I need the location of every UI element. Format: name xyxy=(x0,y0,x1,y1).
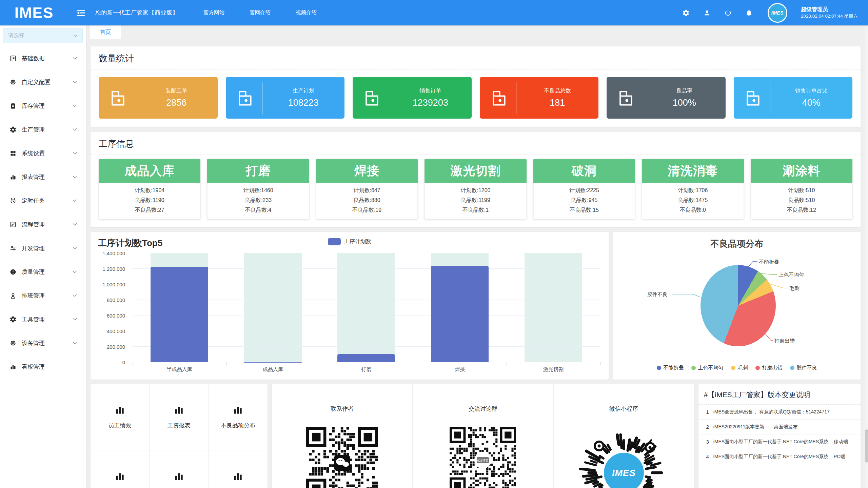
bottom-row: 员工绩效 工资报表 不良品项分布 不良品项汇总 生产报表 xyxy=(91,384,861,488)
user-icon[interactable] xyxy=(703,9,711,17)
changelog-row[interactable]: 1 iMES全套源码出售， 有意的联系QQ/微信：514224717 xyxy=(698,405,861,420)
process-plan: 计划数:1706 xyxy=(642,185,743,195)
chevron-down-icon xyxy=(73,34,78,37)
report-defect-summary[interactable]: 不良品项汇总 xyxy=(91,450,150,488)
process-card[interactable]: 涮涂料 计划数:510良品数:510不良品数:12 xyxy=(751,159,852,219)
row-text: iMES面向小型工厂的新一代基于.NET Core的MES系统__移动端 xyxy=(713,439,848,445)
pie-label: 胶件不良 xyxy=(647,291,668,298)
group-qr-center-label: 625博客 xyxy=(477,459,489,462)
sidebar-item-shift-mgmt[interactable]: 排班管理 xyxy=(0,284,86,307)
power-icon[interactable] xyxy=(724,9,732,17)
folder-icon xyxy=(107,88,127,108)
sidebar-item-production[interactable]: 生产管理 xyxy=(0,118,86,141)
stat-card-production-plans[interactable]: 生产计划108223 xyxy=(226,77,345,119)
sidebar-item-kanban[interactable]: 看板管理 xyxy=(0,355,86,379)
page-scrollbar-thumb[interactable] xyxy=(865,429,868,463)
app-logo: IMES xyxy=(6,4,62,21)
stat-label: 良品率 xyxy=(643,87,726,95)
nav-official-site[interactable]: 官方网站 xyxy=(203,9,224,16)
sidebar-item-system-settings[interactable]: 系统设置 xyxy=(0,141,86,165)
y-tick: 600,000 xyxy=(107,313,125,319)
process-card[interactable]: 激光切割 计划数:1200良品数:1199不良品数:1 xyxy=(425,159,526,219)
stat-card-assembly-orders[interactable]: 装配工单2856 xyxy=(99,77,218,119)
sidebar-item-label: 排班管理 xyxy=(22,292,73,300)
pie-legend-item[interactable]: 打磨出错 xyxy=(755,365,783,371)
tab-home[interactable]: 首页 xyxy=(90,25,121,39)
menu-toggle-icon[interactable] xyxy=(76,9,85,16)
legend-swatch xyxy=(328,238,341,245)
process-good: 良品数:945 xyxy=(534,195,635,205)
sidebar-item-label: 基础数据 xyxy=(22,55,73,62)
page-scrollbar-track[interactable] xyxy=(865,25,868,488)
row-text: iMES全套源码出售， 有意的联系QQ/微信：514224717 xyxy=(713,409,830,415)
nav-video-intro[interactable]: 视频介绍 xyxy=(296,9,317,16)
pie-legend-item[interactable]: 上色不均匀 xyxy=(691,365,724,371)
bar-column xyxy=(507,253,600,362)
folder-icon xyxy=(234,88,255,108)
report-salary[interactable]: 工资报表 xyxy=(150,384,209,450)
sidebar-item-quality[interactable]: 质量管理 xyxy=(0,260,86,284)
x-tick: 成品入库 xyxy=(226,366,320,373)
changelog-row[interactable]: 2 iMES20220911版本更新——桌面端发布 xyxy=(698,420,861,434)
sidebar-item-inventory[interactable]: 库存管理 xyxy=(0,94,86,118)
sidebar-item-label: 开发管理 xyxy=(22,244,73,252)
bar-chart-icon xyxy=(233,471,243,482)
sidebar-item-basic-data[interactable]: 基础数据 xyxy=(0,46,86,70)
folder-icon xyxy=(615,88,635,108)
x-axis-labels: 半成品入库 成品入库 打磨 焊接 激光切割 xyxy=(133,366,600,373)
process-card[interactable]: 成品入库 计划数:1904良品数:1190不良品数:27 xyxy=(99,159,200,219)
report-output-stats[interactable]: 产量统计 xyxy=(209,450,268,488)
avatar[interactable]: IMES xyxy=(768,3,787,23)
sidebar-item-workflow[interactable]: 流程管理 xyxy=(0,212,86,236)
bar xyxy=(337,354,395,362)
stat-card-sales-orders[interactable]: 销售订单1239203 xyxy=(353,77,472,119)
process-bad: 不良品数:27 xyxy=(99,205,200,215)
folder-icon xyxy=(742,88,763,108)
changelog-row[interactable]: 3 iMES面向小型工厂的新一代基于.NET Core的MES系统__移动端 xyxy=(698,434,861,449)
clipboard-icon xyxy=(9,102,17,109)
process-bad: 不良品数:19 xyxy=(316,205,417,215)
pie-label: 上色不均匀 xyxy=(778,272,804,278)
report-defect-distribution[interactable]: 不良品项分布 xyxy=(209,384,268,450)
pie-label: 不能折叠 xyxy=(759,259,779,265)
sliders-icon xyxy=(9,245,17,252)
process-bad: 不良品数:15 xyxy=(534,205,635,215)
process-card[interactable]: 打磨 计划数:1460良品数:233不良品数:4 xyxy=(207,159,309,219)
bar-chart-legend[interactable]: 工序计划数 xyxy=(91,238,609,245)
report-production[interactable]: 生产报表 xyxy=(150,450,209,488)
pie-legend-item[interactable]: 胶件不良 xyxy=(790,365,817,371)
sidebar-item-report-mgmt[interactable]: 报表管理 xyxy=(0,165,86,189)
stat-card-defects-total[interactable]: 不良品总数181 xyxy=(480,77,599,119)
gear-outline-icon xyxy=(9,340,17,347)
sidebar-item-tools[interactable]: 工具管理 xyxy=(0,307,86,331)
bell-icon[interactable] xyxy=(745,9,753,17)
pie-legend-item[interactable]: 不能折叠 xyxy=(657,365,684,371)
gear-icon[interactable] xyxy=(682,9,690,17)
report-employee-performance[interactable]: 员工绩效 xyxy=(91,384,150,450)
process-plan: 计划数:2225 xyxy=(534,185,635,195)
chevron-down-icon xyxy=(73,342,77,344)
person-icon xyxy=(9,292,17,299)
sidebar-menu: 基础数据 自定义配置 库存管理 生产管理 系统设置 xyxy=(0,46,86,379)
chevron-down-icon xyxy=(73,294,77,297)
stat-label: 装配工单 xyxy=(135,87,218,95)
process-card[interactable]: 清洗消毒 计划数:1706良品数:1475不良品数:0 xyxy=(642,159,744,219)
chevron-down-icon xyxy=(73,128,77,131)
process-name: 打磨 xyxy=(207,159,309,183)
stat-card-sales-ratio[interactable]: 销售订单占比40% xyxy=(734,77,853,119)
sidebar-select[interactable]: 请选择 xyxy=(3,28,83,43)
sidebar-item-custom-config[interactable]: 自定义配置 xyxy=(0,70,86,94)
process-card[interactable]: 破洞 计划数:2225良品数:945不良品数:15 xyxy=(533,159,635,219)
sidebar-item-scheduled-tasks[interactable]: 定时任务 xyxy=(0,189,86,212)
stat-value: 100% xyxy=(643,98,726,108)
row-text: iMES20220911版本更新——桌面端发布 xyxy=(713,424,798,430)
pie-legend-item[interactable]: 毛刺 xyxy=(731,365,748,371)
process-card[interactable]: 焊接 计划数:647良品数:880不良品数:19 xyxy=(316,159,418,219)
sidebar-item-dev-mgmt[interactable]: 开发管理 xyxy=(0,236,86,260)
stat-card-yield-rate[interactable]: 良品率100% xyxy=(607,77,726,119)
qr-group-title: 交流讨论群 xyxy=(469,405,497,413)
bar-column xyxy=(413,253,507,362)
nav-site-intro[interactable]: 官网介绍 xyxy=(250,9,271,16)
sidebar-item-equipment[interactable]: 设备管理 xyxy=(0,331,86,355)
changelog-row[interactable]: 4 iMES面向小型工厂的新一代基于.NET Core的MES系统__PC端 xyxy=(698,449,861,464)
